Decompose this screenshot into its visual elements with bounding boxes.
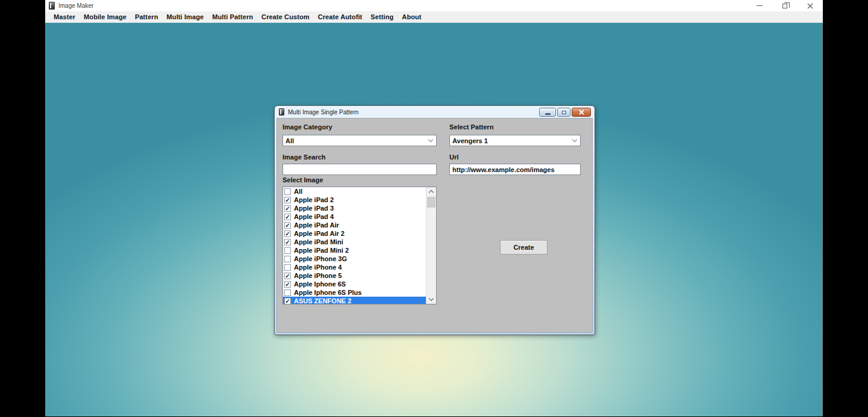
minimize-icon xyxy=(545,113,551,115)
close-button[interactable] xyxy=(798,0,823,11)
list-item-label: Apple iPad 4 xyxy=(294,213,334,220)
image-category-label: Image Category xyxy=(283,123,333,131)
select-pattern-dropdown[interactable]: Avengers 1 xyxy=(449,135,581,146)
menu-item-pattern[interactable]: Pattern xyxy=(131,11,163,23)
dialog-titlebar[interactable]: Multi Image Single Pattern xyxy=(276,106,593,118)
dialog-multi-image-single-pattern: Multi Image Single Pattern xyxy=(274,105,595,335)
menu-item-create-custom[interactable]: Create Custom xyxy=(257,11,314,23)
scroll-down-button[interactable] xyxy=(426,295,436,304)
checkbox-checked-icon[interactable]: ✓ xyxy=(284,281,291,288)
checkbox-checked-icon[interactable]: ✓ xyxy=(284,197,291,203)
image-search-label: Image Search xyxy=(283,153,326,161)
menu-bar: MasterMobile ImagePatternMulti ImageMult… xyxy=(45,11,823,23)
list-item-label: Apple iPhone 3G xyxy=(294,255,347,262)
maximize-icon xyxy=(562,111,566,114)
list-item[interactable]: Apple Iphone 6S Plus xyxy=(283,288,426,297)
select-image-list: All✓Apple iPad 2✓Apple iPad 3✓Apple iPad… xyxy=(283,187,426,304)
image-category-value: All xyxy=(286,137,294,144)
list-item[interactable]: ✓Apple iPad 3 xyxy=(283,204,426,212)
list-item[interactable]: ✓Apple iPad Air xyxy=(283,221,426,229)
list-item[interactable]: All xyxy=(283,187,426,196)
chevron-down-icon xyxy=(429,296,434,301)
checkbox-unchecked-icon[interactable] xyxy=(284,247,291,254)
checkbox-checked-icon[interactable]: ✓ xyxy=(284,222,291,229)
url-field-wrap xyxy=(449,164,581,175)
checkbox-checked-icon[interactable]: ✓ xyxy=(284,239,291,246)
scrollbar-thumb[interactable] xyxy=(427,197,436,208)
chevron-down-icon xyxy=(428,137,433,142)
app-title: Image Maker xyxy=(58,2,93,9)
listbox-scrollbar[interactable] xyxy=(426,187,436,304)
restore-button[interactable] xyxy=(772,0,798,11)
list-item[interactable]: ✓Apple iPad 4 xyxy=(283,212,426,221)
app-window: Image Maker MasterMobile ImagePatternMul… xyxy=(45,0,823,417)
list-item-label: Apple iPad 3 xyxy=(294,205,334,212)
list-item[interactable]: Apple iPhone 3G xyxy=(283,255,426,263)
list-item-label: ASUS ZENFONE 2 xyxy=(294,297,351,304)
menu-item-create-autofit[interactable]: Create Autofit xyxy=(314,11,367,23)
menu-item-setting[interactable]: Setting xyxy=(366,11,398,23)
checkbox-unchecked-icon[interactable] xyxy=(284,188,291,195)
list-item-label: Apple iPad Mini 2 xyxy=(294,247,349,254)
minimize-button[interactable] xyxy=(747,0,772,11)
list-item-label: Apple Iphone 6S Plus xyxy=(294,289,361,296)
menu-item-multi-pattern[interactable]: Multi Pattern xyxy=(208,11,257,23)
list-item-label: All xyxy=(294,188,302,195)
checkbox-unchecked-icon[interactable] xyxy=(284,264,291,271)
desktop-area: Multi Image Single Pattern xyxy=(45,23,823,416)
menu-item-about[interactable]: About xyxy=(398,11,425,23)
list-item-label: Apple Iphone 6S xyxy=(294,280,346,288)
chevron-down-icon xyxy=(572,137,577,142)
list-item-label: Apple iPhone 4 xyxy=(294,264,342,271)
list-item[interactable]: ✓ASUS ZENFONE 2 xyxy=(283,297,426,304)
menu-item-master[interactable]: Master xyxy=(49,11,80,23)
scroll-up-button[interactable] xyxy=(426,187,436,196)
list-item[interactable]: ✓Apple iPad 2 xyxy=(283,196,426,204)
list-item[interactable]: Apple iPhone 4 xyxy=(283,263,426,271)
url-label: Url xyxy=(449,153,458,161)
restore-icon xyxy=(782,4,787,8)
select-image-listbox[interactable]: All✓Apple iPad 2✓Apple iPad 3✓Apple iPad… xyxy=(283,187,437,304)
list-item[interactable]: ✓Apple iPhone 5 xyxy=(283,271,426,280)
window-controls xyxy=(747,0,823,11)
url-input[interactable] xyxy=(452,164,578,175)
dialog-icon xyxy=(279,108,284,116)
image-search-input[interactable] xyxy=(286,164,434,175)
menu-item-multi-image[interactable]: Multi Image xyxy=(163,11,208,23)
close-icon xyxy=(807,3,813,9)
list-item-label: Apple iPad Air xyxy=(294,221,339,229)
list-item-label: Apple iPhone 5 xyxy=(294,272,342,279)
list-item-label: Apple iPad Mini xyxy=(294,238,343,246)
checkbox-checked-icon[interactable]: ✓ xyxy=(284,273,291,279)
create-button[interactable]: Create xyxy=(500,240,548,255)
select-image-label: Select Image xyxy=(283,176,323,184)
list-item-label: Apple iPad Air 2 xyxy=(294,230,345,237)
select-pattern-value: Avengers 1 xyxy=(452,137,488,144)
app-icon xyxy=(49,2,55,10)
chevron-up-icon xyxy=(429,190,434,195)
dialog-minimize-button[interactable] xyxy=(539,108,556,117)
image-category-dropdown[interactable]: All xyxy=(283,135,437,146)
dialog-maximize-button[interactable] xyxy=(557,108,570,117)
checkbox-unchecked-icon[interactable] xyxy=(284,289,291,296)
checkbox-unchecked-icon[interactable] xyxy=(284,256,291,262)
checkbox-checked-icon[interactable]: ✓ xyxy=(284,298,291,304)
list-item-label: Apple iPad 2 xyxy=(294,196,334,203)
dialog-close-button[interactable] xyxy=(572,108,591,117)
list-item[interactable]: ✓Apple iPad Air 2 xyxy=(283,229,426,238)
app-titlebar: Image Maker xyxy=(45,0,823,11)
checkbox-checked-icon[interactable]: ✓ xyxy=(284,214,291,220)
dialog-body: Image Category All Select Pattern Avenge… xyxy=(276,118,593,333)
list-item[interactable]: ✓Apple iPad Mini xyxy=(283,238,426,246)
checkbox-checked-icon[interactable]: ✓ xyxy=(284,205,291,212)
image-search-field-wrap xyxy=(283,164,437,175)
dialog-title: Multi Image Single Pattern xyxy=(288,109,358,116)
dialog-window-controls xyxy=(539,108,591,117)
close-icon xyxy=(579,110,584,115)
list-item[interactable]: Apple iPad Mini 2 xyxy=(283,246,426,255)
list-item[interactable]: ✓Apple Iphone 6S xyxy=(283,280,426,288)
menu-item-mobile-image[interactable]: Mobile Image xyxy=(80,11,131,23)
checkbox-checked-icon[interactable]: ✓ xyxy=(284,230,291,237)
select-pattern-label: Select Pattern xyxy=(449,123,493,131)
minimize-icon xyxy=(757,5,763,6)
